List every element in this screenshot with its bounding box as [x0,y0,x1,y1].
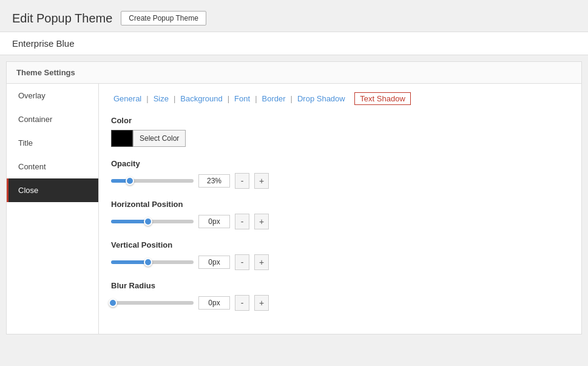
opacity-label: Opacity [111,159,569,168]
blur-slider-thumb[interactable] [109,299,117,307]
tab-background[interactable]: Background [178,93,225,104]
opacity-plus-button[interactable]: + [254,173,269,189]
tab-border[interactable]: Border [260,93,288,104]
horizontal-position-label: Horizontal Position [111,200,569,209]
blur-slider-track[interactable] [111,301,194,305]
opacity-slider-thumb[interactable] [126,177,134,185]
main-card: Theme Settings Overlay Container Title C… [6,61,582,334]
vertical-position-section: Vertical Position - + [111,240,569,270]
theme-name-input[interactable] [12,38,576,49]
theme-settings-header: Theme Settings [7,62,581,84]
sidebar-item-close[interactable]: Close [7,178,98,202]
opacity-slider-row: - + [111,173,569,189]
color-swatch[interactable] [111,130,133,147]
opacity-value[interactable] [198,174,230,188]
opacity-slider-track[interactable] [111,179,194,183]
sep-1: | [146,94,148,103]
page-wrapper: Edit Popup Theme Create Popup Theme Them… [0,0,588,366]
page-header: Edit Popup Theme Create Popup Theme [0,0,588,32]
content-area: General | Size | Background | Font | Bor… [99,84,581,334]
sep-5: | [291,94,292,103]
theme-name-row [0,32,588,55]
tab-font[interactable]: Font [232,93,252,104]
blur-minus-button[interactable]: - [235,295,249,311]
blur-radius-section: Blur Radius - + [111,281,569,311]
sidebar-item-content[interactable]: Content [7,155,98,178]
horizontal-minus-button[interactable]: - [235,214,249,229]
page-title: Edit Popup Theme [12,12,112,25]
create-theme-button[interactable]: Create Popup Theme [121,11,206,25]
opacity-section: Opacity - + [111,159,569,189]
vertical-value[interactable] [198,256,230,269]
horizontal-slider-thumb[interactable] [144,217,152,226]
sidebar-nav: Overlay Container Title Content Close [7,84,99,334]
tab-drop-shadow[interactable]: Drop Shadow [295,93,348,104]
blur-radius-label: Blur Radius [111,281,569,290]
tabs-row: General | Size | Background | Font | Bor… [111,92,569,105]
blur-value[interactable] [198,296,230,310]
vertical-position-label: Vertical Position [111,240,569,249]
vertical-slider-thumb[interactable] [144,258,152,266]
color-section: Color Select Color [111,116,569,147]
color-picker-row: Select Color [111,130,569,147]
horizontal-slider-row: - + [111,214,569,229]
sidebar-item-overlay[interactable]: Overlay [7,84,98,107]
opacity-minus-button[interactable]: - [235,173,249,189]
vertical-minus-button[interactable]: - [235,254,249,270]
vertical-slider-row: - + [111,254,569,270]
tab-text-shadow[interactable]: Text Shadow [354,92,410,105]
vertical-plus-button[interactable]: + [254,254,269,270]
sep-4: | [255,94,257,103]
sep-2: | [174,94,175,103]
sep-6 [350,94,353,103]
sidebar-item-title[interactable]: Title [7,131,98,155]
horizontal-position-section: Horizontal Position - + [111,200,569,229]
blur-slider-row: - + [111,295,569,311]
blur-plus-button[interactable]: + [254,295,269,311]
horizontal-value[interactable] [198,215,230,228]
color-label: Color [111,116,569,125]
settings-body: Overlay Container Title Content Close Ge… [7,84,581,334]
select-color-button[interactable]: Select Color [133,130,186,147]
sep-3: | [228,94,229,103]
vertical-slider-track[interactable] [111,260,194,264]
horizontal-slider-track[interactable] [111,220,194,223]
horizontal-plus-button[interactable]: + [254,214,269,229]
sidebar-item-container[interactable]: Container [7,107,98,131]
tab-general[interactable]: General [111,93,144,104]
tab-size[interactable]: Size [151,93,171,104]
